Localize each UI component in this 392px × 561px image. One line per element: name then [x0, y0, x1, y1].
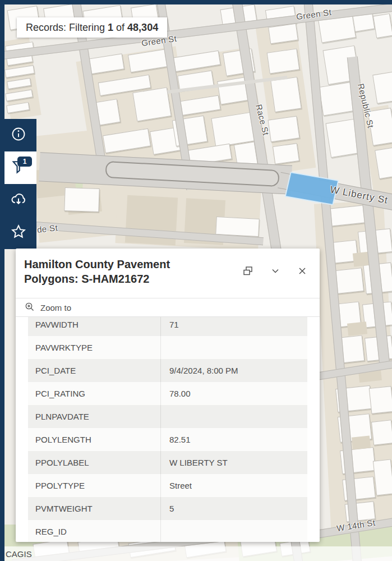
- map-building: [267, 48, 300, 73]
- table-row: PPOLYLABELW LIBERTY ST: [28, 451, 307, 474]
- map-building: [270, 77, 301, 112]
- records-of: of: [113, 22, 127, 34]
- info-button[interactable]: [0, 119, 36, 151]
- map-building: [371, 420, 392, 445]
- table-row: POLYLENGTH82.51: [28, 428, 307, 451]
- tool-sidebar: 1: [0, 119, 36, 249]
- dock-icon[interactable]: [242, 265, 253, 277]
- table-row: PVMTWEIGHT5: [28, 497, 307, 520]
- popup-title: Hamilton County Pavement Polygons: S-HAM…: [16, 249, 220, 286]
- field-value: 5: [160, 497, 307, 520]
- field-value: Street: [160, 474, 307, 497]
- map-building: [268, 116, 299, 142]
- attribution-text: CAGIS: [6, 549, 32, 559]
- field-label: PCI_RATING: [28, 389, 160, 398]
- field-value: [160, 336, 307, 359]
- field-value: 78.00: [160, 382, 307, 405]
- star-icon: [10, 223, 27, 242]
- map-building: [347, 321, 367, 335]
- field-label: PAVWRKTYPE: [28, 343, 160, 352]
- map-building: [64, 187, 99, 212]
- map-building: [372, 71, 392, 104]
- field-label: PPOLYLABEL: [28, 458, 160, 467]
- map-building: [373, 13, 392, 38]
- attribute-table[interactable]: PAVWIDTH71 PAVWRKTYPE PCI_DATE9/4/2024, …: [16, 317, 320, 542]
- field-label: POLYLENGTH: [28, 435, 160, 444]
- zoom-to-label: Zoom to: [40, 303, 71, 312]
- map-attribution-bar: CAGIS: [0, 546, 392, 561]
- magnifier-plus-icon: [25, 302, 35, 314]
- favorites-button[interactable]: [0, 217, 36, 249]
- field-label: PAVWIDTH: [28, 320, 160, 329]
- download-button[interactable]: [0, 184, 36, 217]
- map-building: [215, 217, 260, 237]
- field-value: [160, 405, 307, 428]
- close-icon[interactable]: [297, 266, 307, 276]
- field-label: PLNPAVDATE: [28, 412, 160, 421]
- field-value: 82.51: [160, 428, 307, 451]
- field-value: 9/4/2024, 8:00 PM: [160, 359, 307, 382]
- field-value: 71: [160, 317, 307, 336]
- field-label: PCI_DATE: [28, 366, 160, 375]
- zoom-to-action[interactable]: Zoom to: [16, 298, 320, 317]
- field-label: PPOLYTYPE: [28, 481, 160, 490]
- table-row: PAVWRKTYPE: [28, 336, 307, 359]
- app-frame-left: [0, 0, 4, 561]
- table-row: PCI_RATING78.00: [28, 382, 307, 405]
- field-label: PVMTWEIGHT: [28, 504, 160, 513]
- map-building: [273, 143, 299, 164]
- map-building: [352, 435, 371, 449]
- table-row: PCI_DATE9/4/2024, 8:00 PM: [28, 359, 307, 382]
- chevron-down-icon[interactable]: [270, 266, 280, 276]
- table-row: PPOLYTYPEStreet: [28, 474, 307, 497]
- map-building: [132, 87, 171, 121]
- filter-count-badge: 1: [17, 157, 32, 167]
- records-filter-badge: Records: Filtering 1 of 48,304: [17, 17, 167, 38]
- table-row: PAVWIDTH71: [28, 317, 307, 336]
- records-count: 1: [108, 22, 113, 34]
- map-building: [373, 459, 392, 495]
- records-total: 48,304: [127, 22, 158, 34]
- records-prefix: Records: Filtering: [26, 22, 108, 34]
- feature-popup: Hamilton County Pavement Polygons: S-HAM…: [16, 249, 320, 542]
- app-frame-top: [0, 0, 392, 4]
- field-label: REG_ID: [28, 527, 160, 536]
- map-building: [369, 386, 392, 414]
- cloud-download-icon: [10, 191, 27, 210]
- popup-header: Hamilton County Pavement Polygons: S-HAM…: [16, 249, 320, 298]
- field-value: W LIBERTY ST: [160, 451, 307, 474]
- table-row: REG_ID: [28, 520, 307, 542]
- filter-button[interactable]: 1: [0, 151, 36, 184]
- field-value: [160, 520, 307, 542]
- table-row: PLNPAVDATE: [28, 405, 307, 428]
- info-icon: [11, 126, 26, 144]
